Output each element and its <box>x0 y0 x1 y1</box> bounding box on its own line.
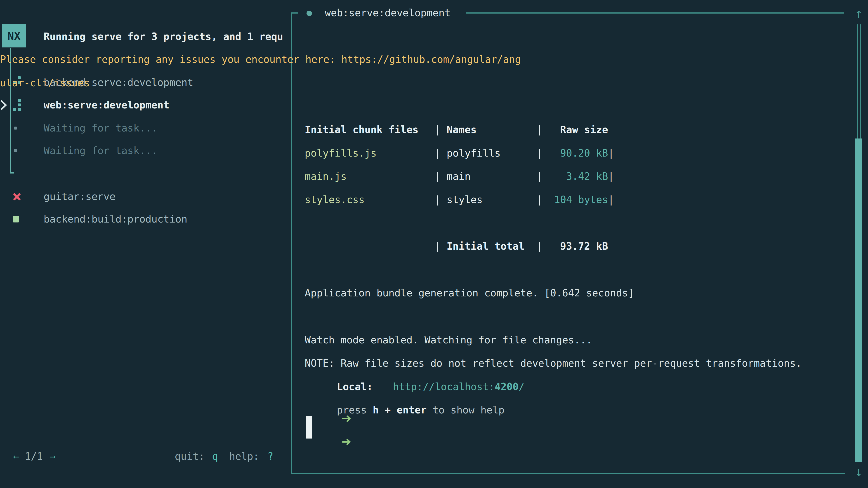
waiting-dot-icon <box>14 127 17 130</box>
help-hint-key: ? <box>268 445 274 468</box>
table-separator: | <box>536 234 542 258</box>
terminal-cursor <box>306 416 312 438</box>
page-title: Running serve for 3 projects, and 1 requ <box>43 25 290 48</box>
table-separator: | <box>536 188 542 212</box>
prev-page-arrow[interactable]: ← <box>13 445 19 468</box>
help-hint-label: help: <box>229 445 259 468</box>
waiting-dot-icon <box>14 149 17 152</box>
panel-title: web:serve:development <box>325 1 451 25</box>
prompt-arrow-icon <box>318 407 328 414</box>
chunk-size: 90.20 kB <box>542 141 608 165</box>
chunk-name: main <box>440 165 536 188</box>
next-page-arrow[interactable]: → <box>50 445 56 468</box>
sidebar-item-backend-build[interactable]: backend:build:production <box>0 207 291 231</box>
panel-border-top-left <box>291 12 298 13</box>
chunk-file: main.js <box>305 165 434 188</box>
running-bullet-icon <box>307 11 312 16</box>
help-prefix: press <box>337 404 373 416</box>
nx-terminal-ui: { "app": { "logo": "NX", "header": "Runn… <box>0 0 868 488</box>
table-separator: | <box>536 118 542 141</box>
sidebar-item-guitar-serve[interactable]: guitar:serve <box>0 185 291 208</box>
quit-hint-key: q <box>212 445 218 468</box>
table-separator: | <box>434 188 440 212</box>
url-prefix: http://localhost: <box>393 381 495 392</box>
table-separator: | <box>536 165 542 188</box>
col-header-files: Initial chunk files <box>305 118 434 141</box>
url-suffix: / <box>519 381 525 392</box>
raw-size-note: NOTE: Raw file sizes do not reflect deve… <box>305 352 802 375</box>
empty-cell <box>305 234 434 258</box>
task-label: Waiting for task... <box>43 139 157 162</box>
total-size: 93.72 kB <box>542 234 608 258</box>
sidebar-item-web-serve[interactable]: web:serve:development <box>0 93 291 117</box>
chunk-table-header: Initial chunk files | Names | Raw size <box>305 118 614 141</box>
chunk-size: 104 bytes <box>542 188 608 212</box>
local-url-link[interactable]: http://localhost:4200/ <box>393 375 525 398</box>
local-server-line: Local: http://localhost:4200/ <box>305 375 317 398</box>
table-separator: | <box>608 188 614 212</box>
scroll-up-arrow[interactable]: ↑ <box>851 3 866 24</box>
table-separator: | <box>434 118 440 141</box>
help-suffix: to show help <box>427 404 504 416</box>
table-row: polyfills.js | polyfills | 90.20 kB | <box>305 141 614 165</box>
chunk-size: 3.42 kB <box>542 165 608 188</box>
task-label: Waiting for task... <box>43 116 157 140</box>
table-separator: | <box>536 141 542 165</box>
chunk-name: styles <box>440 188 536 212</box>
table-row: main.js | main | 3.42 kB | <box>305 165 614 188</box>
page-indicator: 1/1 <box>25 445 43 468</box>
table-separator: | <box>434 141 440 165</box>
table-separator: | <box>608 165 614 188</box>
table-separator: | <box>434 165 440 188</box>
col-header-raw-size: Raw size <box>542 118 614 141</box>
spinner-icon <box>13 99 21 111</box>
chunk-file: styles.css <box>305 188 434 212</box>
sidebar-item-waiting-2[interactable]: Waiting for task... <box>0 139 291 162</box>
scrollbar-thumb[interactable] <box>855 138 862 462</box>
chunk-file: polyfills.js <box>305 141 434 165</box>
chunk-name: polyfills <box>440 141 536 165</box>
nx-logo: NX <box>2 24 26 47</box>
selected-chevron-icon <box>0 100 7 110</box>
col-header-names: Names <box>440 118 536 141</box>
quit-hint-label: quit: <box>175 445 205 468</box>
bundle-complete-message: Application bundle generation complete. … <box>305 281 634 305</box>
table-separator: | <box>434 234 440 258</box>
task-label: backend:build:production <box>43 207 187 231</box>
table-row: styles.css | styles | 104 bytes | <box>305 188 614 212</box>
task-label-selected: web:serve:development <box>43 93 169 117</box>
prompt-arrow-icon <box>318 383 328 390</box>
panel-border-bottom <box>291 473 845 474</box>
angular-issues-notice: Please consider reporting any issues you… <box>0 48 523 95</box>
help-keys: h + enter <box>373 404 427 416</box>
table-total-row: | Initial total | 93.72 kB <box>305 234 608 258</box>
bottom-bar: ← 1/1 → quit: q help: ? <box>0 445 291 468</box>
local-label: Local: <box>337 375 373 398</box>
table-separator: | <box>608 141 614 165</box>
help-hint-text: press h + enter to show help <box>337 398 504 422</box>
failed-x-icon <box>13 192 21 201</box>
task-tree-corner <box>10 172 14 173</box>
task-label: guitar:serve <box>43 185 116 208</box>
scroll-down-arrow[interactable]: ↓ <box>851 461 866 482</box>
panel-border-top <box>466 12 844 13</box>
sidebar-item-waiting-1[interactable]: Waiting for task... <box>0 116 291 140</box>
url-port: 4200 <box>495 381 519 392</box>
success-square-icon <box>13 216 19 223</box>
watch-mode-message: Watch mode enabled. Watching for file ch… <box>305 328 592 352</box>
total-label: Initial total <box>440 234 536 258</box>
